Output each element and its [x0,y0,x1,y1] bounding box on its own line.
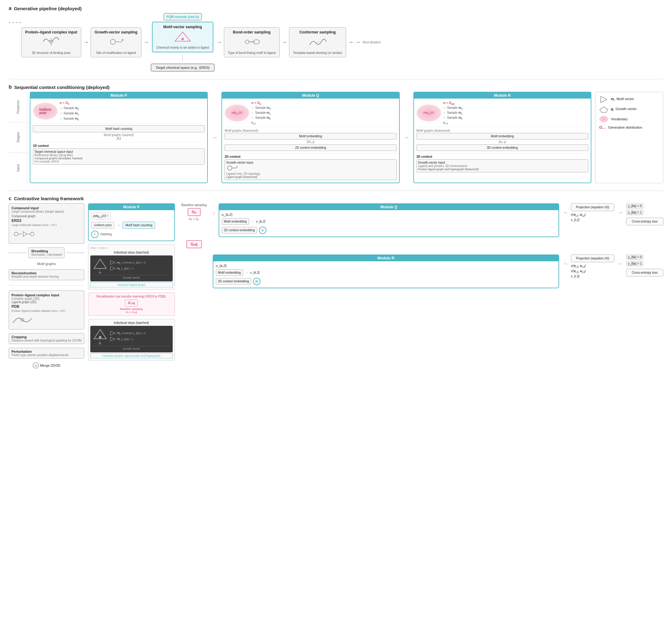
arrow-3: → [215,39,224,45]
motif-embed-q: Motif embedding [222,218,249,225]
projection-r-box: Projection (equation (4)) [571,255,614,262]
growth-vector-label-bottom: Growth vector [92,346,171,350]
large-dataset-label: Large molecular dataset (size = 10⁷) [12,223,82,227]
svg-point-18 [14,232,18,236]
svg-marker-27 [110,267,115,270]
ce-loss-r: Cross-entropy loss [626,269,663,276]
ligand-graph-label: Ligand graph (2D) [12,300,82,304]
shredding-desc: Stochastic, rule-based [31,253,62,256]
individual-steps-bottom-label: Individual steps (batched) [90,321,173,325]
projection-r-area: Projection (equation (4)) σ(vl,3; ul,3) … [571,255,614,278]
reconstruction-desc: Breadth-and-depth teacher forcing [12,275,82,278]
pipeline-box-bond: Bond-order sampling Type of bond linking… [224,27,280,57]
merge-circle: ○ [32,362,39,369]
ce-r-area: y_{lla} = 0 y_{lla} = 1 Cross-entropy lo… [626,255,663,276]
svg-point-0 [50,40,53,43]
individual-steps-top-label: Individual steps (batched) [90,251,173,254]
context-embed-q: 2D context embedding [222,227,257,233]
arrow-to-motif-hash: → [116,222,121,228]
gpq-prime-label: G'ₚq [125,299,138,306]
svg-marker-30 [110,331,115,335]
input-3d-box: Growth-vector input Ligand and protein, … [416,159,588,172]
section-a-letter: a [9,5,12,11]
arrow-1: → [81,39,91,45]
teal-arrow-to-ce-q: → [617,209,623,216]
sigma-q-top: σ(vl,2; ul,2) [571,213,586,217]
module-p-posterior-formula: m ≈ G0 [59,101,79,105]
contrast-y0-top: Contrast y_{jla} = 0 [122,261,145,264]
reconstruction-box: Reconstruction Breadth-and-depth teacher… [9,269,84,280]
pipeline-box-motif: Motif-vector sampling Chemical moiety to… [152,22,213,52]
svg-point-13 [228,166,232,170]
section-a-label: a Generative pipeline (deployed) [9,5,663,11]
section-c: c Contrastive learning framework Compoun… [9,196,663,369]
baseline-sampling-top: Baseline sampling [182,203,206,207]
module-r-motif-embed-box: Motif embedding [416,133,588,139]
context-3d-label: 3D context [416,155,588,159]
module-p-header: Module P [30,92,207,98]
conformer-title: Conformer sampling [293,30,342,35]
pqr-label: PQR module (see b) [163,13,202,21]
pipeline-box-growth: Growth-vector sampling a Site of modific… [91,27,142,57]
mi-neg-label: mi [117,267,120,271]
compound-input-box: Compound input Large compound library (t… [9,203,84,244]
module-q-wrapper: Module Q p(vk,1|V) m ≈ Gp ← Sample m0 ← … [221,92,400,183]
input-2d-box: Growth-vector input a Ligand on [225,159,396,180]
c-middle-column: Module P p(vk,1|V) ↑ Uniform prior → [88,203,175,369]
compound-input-title: Compound input [12,206,82,210]
individual-steps-top-box: Step 1 Step n Individual steps (batched) [88,244,175,289]
gpq-area: Gₚq [179,240,210,248]
featurize-protein-ligand-label: Featurize protein–ligand graph and hyper… [90,353,173,358]
module-p-sample-mk: ← Sample mk [59,117,79,121]
module-q-blob: p(vk,1|V) [225,105,249,122]
circle-II: II [259,227,266,234]
module-q-c: Module Q u_{a,2} Motif embedding → v_{k,… [219,203,559,237]
legend-motif-vector: mi Motif vector [599,96,659,103]
ce-q-area: y_{lla} = 0 y_{lla} = 1 Cross-entropy lo… [626,203,663,226]
svg-marker-26 [110,261,115,264]
legend-growth-label: gi Growth vector [611,107,637,112]
shredding-box: Shredding Stochastic, rule-based [28,247,65,258]
growth-vector-subtitle: Site of modification on ligand [95,51,137,55]
teal-arrow-to-ce-r: → [617,261,623,267]
input-1d-box: Target chemical space input Reference li… [33,149,205,165]
ua3-label: u_{a,3} [216,264,227,268]
module-r-wrapper: Module R p(vk,1|V) m ≈ Gpq ← Sample m0 ←… [413,92,591,183]
section-a-title: Generative pipeline (deployed) [14,6,82,11]
module-p-sample-m0: ← Sample m0 [59,106,79,111]
featurize-ligand-label: Featurize ligand graph [90,282,173,287]
module-r-motif-graphs-label: Motif graphs (featurized) [416,129,588,132]
stages-label: Stages [16,132,20,142]
protein-ligand-input-box: Protein–ligand complex input Complex gra… [9,290,84,329]
module-p-wrapper: Module P Uniformprior m ≈ G0 ← Sample m0 [30,92,208,183]
compound-graph-label: Compound graph [12,215,82,218]
conformer-subtitle: Template-based docking (or similar) [293,51,342,55]
p-formula-label: p(vk,1|V) ↑ [91,213,111,220]
contrast-y0-bottom: Contrast y_{jla} = 0 [122,332,145,335]
stages-output-r: {vₖ,₃} [416,140,588,144]
contrast-y1-top: y_{jla} = 1 [121,267,134,270]
cropping-label: Cropping [12,335,82,339]
context-2d-label: 2D context [225,155,396,159]
compound-input-subtitle: Large compound library (target space) [12,210,82,213]
section-a: a Generative pipeline (deployed) Protein… [9,5,663,72]
motif-vector-title: Motif-vector sampling [156,25,209,29]
vl2-label: v_{l,2} [571,218,580,222]
module-p-sample-m1: ← Sample m1 [59,112,79,116]
sigma-r-bot: σ(vl,3; ul,3) [571,269,614,274]
growth-vector-c-bottom: gs [92,328,108,345]
arrow-p-q: → [212,92,218,183]
perturbation-label: Perturbation [12,350,82,353]
svg-marker-16 [601,96,607,103]
svg-point-9 [245,40,249,44]
ms-pos-label: ms [117,261,121,265]
arrow-5: → → [346,39,363,45]
growth-vector-title: Growth-vector sampling [95,30,137,35]
section-b-letter: b [9,84,12,90]
svg-line-12 [316,42,319,43]
motif-graphs-label-c: Motif graphs [9,262,84,265]
input-label: Input [16,164,20,172]
y0-r: y_{lla} = 0 [626,255,644,260]
hashing-label: Hashing [100,232,112,236]
context-embed-r: 3D context embedding [216,278,251,285]
